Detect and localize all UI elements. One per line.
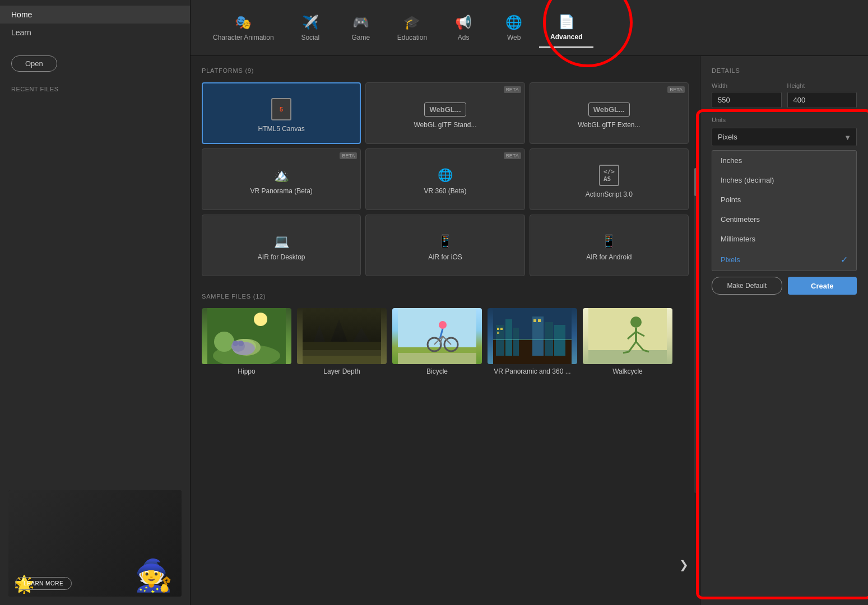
tab-ads[interactable]: 📢 Ads [438,9,489,47]
svg-point-2 [214,332,234,352]
web-icon: 🌐 [505,15,522,30]
tab-game-label: Game [351,34,370,41]
html5-text: 5 [280,106,283,113]
platforms-section-title: PLATFORMS (9) [202,67,689,74]
sample-walkcycle[interactable]: Walkcycle [583,308,672,375]
dropdown-item-inches-decimal[interactable]: Inches (decimal) [712,170,856,190]
svg-rect-38 [497,332,499,334]
platform-webgl-extended[interactable]: BETA WebGL... WebGL glTF Exten... [530,82,689,144]
walkcycle-label: Walkcycle [583,367,672,375]
platform-webgl-standard[interactable]: BETA WebGL... WebGL glTF Stand... [365,82,524,144]
width-input[interactable] [712,92,782,108]
platform-vr-panorama-label: VR Panorama (Beta) [250,187,312,195]
tab-web[interactable]: 🌐 Web [489,9,539,47]
platform-html5-label: HTML5 Canvas [258,125,304,133]
platform-html5-canvas[interactable]: 5 HTML5 Canvas [202,82,361,144]
tab-advanced[interactable]: 📄 Advanced [539,8,593,48]
dropdown-item-pixels[interactable]: Pixels ✓ [712,249,856,271]
tab-character-animation[interactable]: 🎭 Character Animation [202,9,285,47]
create-button[interactable]: Create [788,277,857,295]
units-select-wrapper: Pixels ▼ [712,128,857,146]
platform-air-ios[interactable]: 📱 AIR for iOS [365,215,524,276]
dropdown-item-centimeters[interactable]: Centimeters [712,210,856,229]
top-nav: 🎭 Character Animation ✈️ Social 🎮 Game 🎓… [191,0,868,56]
platform-air-android[interactable]: 📱 AIR for Android [530,215,689,276]
recent-files-label: RECENT FILES [0,80,190,98]
dropdown-centimeters-label: Centimeters [721,215,760,224]
action-buttons: Make Default Create [712,277,857,295]
svg-rect-32 [513,328,519,356]
platform-vr-360-label: VR 360 (Beta) [424,187,466,195]
advanced-icon: 📄 [558,14,575,30]
chevron-right-icon[interactable]: ❯ [679,558,689,571]
open-button[interactable]: Open [11,55,57,72]
vr-panoramic-label: VR Panoramic and 360 ... [488,367,577,375]
hippo-thumbnail [202,308,291,364]
webgl-extended-icon: WebGL... [588,103,630,117]
selected-check-icon: ✓ [841,254,848,265]
svg-rect-31 [505,319,512,356]
details-panel: DETAILS Width Height Units Pixels [700,56,868,605]
height-input[interactable] [787,92,857,108]
walkcycle-thumbnail [583,308,672,364]
dropdown-item-points[interactable]: Points [712,190,856,210]
dropdown-inches-decimal-label: Inches (decimal) [721,176,774,184]
svg-rect-17 [303,308,381,342]
platforms-grid: 5 HTML5 Canvas BETA WebGL... WebGL glTF … [202,82,689,276]
sidebar-bottom: 🧙 🌟 LEARN MORE [0,482,190,605]
tab-game[interactable]: 🎮 Game [336,9,386,47]
education-icon: 🎓 [403,15,420,30]
sidebar-item-learn[interactable]: Learn [0,24,190,41]
svg-rect-37 [500,328,503,330]
svg-rect-39 [533,319,536,322]
svg-rect-16 [303,356,381,364]
learn-more-button[interactable]: LEARN MORE [15,577,72,590]
platform-vr-360[interactable]: BETA 🌐 VR 360 (Beta) [365,148,524,210]
svg-rect-35 [554,325,565,356]
beta-badge-vr-360: BETA [504,152,521,159]
tab-ads-label: Ads [458,34,470,41]
character-animation-icon: 🎭 [235,15,252,30]
webgl-standard-icon: WebGL... [424,103,466,117]
dropdown-points-label: Points [721,196,741,204]
vr-panoramic-thumbnail [488,308,577,364]
dropdown-millimeters-label: Millimeters [721,235,755,243]
content-split: Have to choose Advancedto change units f… [191,56,868,605]
svg-point-44 [630,317,642,328]
tab-advanced-label: Advanced [550,33,582,41]
social-icon: ✈️ [302,15,319,30]
platform-vr-panorama[interactable]: BETA 🏔️ VR Panorama (Beta) [202,148,361,210]
platform-air-ios-label: AIR for iOS [428,253,462,261]
sample-bicycle[interactable]: Bicycle [392,308,482,375]
sample-layer-depth[interactable]: Layer Depth [297,308,387,375]
sidebar-item-home[interactable]: Home [0,6,190,24]
units-dropdown-menu: Inches Inches (decimal) Points Centimete… [712,150,857,271]
platform-air-desktop-label: AIR for Desktop [258,253,305,261]
open-button-container: Open [11,55,179,72]
dropdown-item-millimeters[interactable]: Millimeters [712,229,856,249]
sample-hippo[interactable]: Hippo [202,308,291,375]
platform-actionscript-label: ActionScript 3.0 [586,190,633,198]
tab-character-animation-label: Character Animation [213,34,274,41]
tab-social[interactable]: ✈️ Social [285,9,336,47]
vr-panorama-icon: 🏔️ [274,168,289,183]
tab-education[interactable]: 🎓 Education [386,9,438,47]
height-field: Height [787,82,857,108]
dropdown-item-inches[interactable]: Inches [712,151,856,170]
svg-rect-41 [493,339,572,340]
units-select[interactable]: Pixels [712,128,857,146]
platform-actionscript[interactable]: </>AS ActionScript 3.0 [530,148,689,210]
vr360-icon: 🌐 [438,168,453,183]
layer-depth-thumbnail [297,308,387,364]
html5-shield-icon: 5 [271,98,291,120]
svg-point-9 [254,313,267,326]
bicycle-thumbnail [392,308,482,364]
scrollbar[interactable] [694,168,697,493]
make-default-button[interactable]: Make Default [712,277,782,295]
actionscript-icon: </>AS [599,165,619,186]
sample-vr-panoramic[interactable]: VR Panoramic and 360 ... [488,308,577,375]
platform-air-desktop[interactable]: 💻 AIR for Desktop [202,215,361,276]
svg-rect-33 [532,317,544,356]
platform-webgl-extended-label: WebGL glTF Exten... [578,121,640,129]
svg-point-7 [233,341,238,346]
